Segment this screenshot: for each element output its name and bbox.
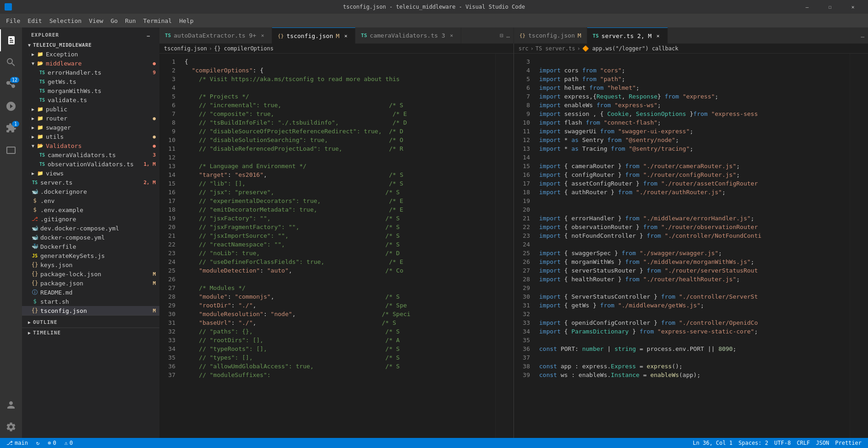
sidebar-item-morganwithws[interactable]: TS morganWithWs.ts [22,86,159,95]
sidebar-item-observationvalidators[interactable]: TS observationValidators.ts 1, M [22,159,159,169]
status-warnings[interactable]: ⚠ 0 [63,440,75,446]
sidebar-item-validators[interactable]: ▼ 📂 Validators ● [22,141,159,150]
right-code-content[interactable]: import cors from "cors"; import path fro… [535,54,850,438]
sidebar-item-router[interactable]: ▶ 📁 router ● [22,114,159,123]
status-encoding[interactable]: UTF-8 [772,440,792,446]
activity-account[interactable] [0,394,22,416]
sidebar-item-server[interactable]: TS server.ts 2, M [22,178,159,187]
sidebar-item-validate[interactable]: TS validate.ts [22,95,159,104]
sidebar-item-middleware[interactable]: ▼ 📂 middleware ● [22,59,159,68]
sidebar-more-icon[interactable]: … [147,32,150,38]
more-right-icon[interactable]: … [861,32,864,39]
left-minimap [495,54,513,438]
maximize-button[interactable]: ☐ [819,0,841,14]
ts-tab-icon: TS [165,33,171,38]
modified-dot: ● [153,115,156,121]
sidebar-item-public[interactable]: ▶ 📁 public [22,104,159,114]
sidebar-item-env[interactable]: $ .env [22,196,159,205]
tab-cameravalidators[interactable]: TS cameraValidators.ts 3 ✕ [355,27,461,44]
sidebar-item-startsh[interactable]: $ start.sh [22,297,159,306]
code-line: import { ServerStatusController } from "… [535,292,850,301]
sidebar-item-dockerignore[interactable]: 🐋 .dockerignore [22,187,159,196]
menu-file[interactable]: File [2,16,24,26]
sidebar-item-env-example[interactable]: $ .env.example [22,205,159,214]
sidebar-item-views[interactable]: ▶ 📁 views [22,169,159,178]
error-count: 2, M [144,180,156,186]
sidebar-item-exception[interactable]: ▶ 📁 Exception [22,49,159,59]
activity-run-debug[interactable] [0,95,22,117]
code-line [535,197,850,205]
tab-server-right[interactable]: TS server.ts 2, M ✕ [587,27,668,44]
menu-selection[interactable]: Selection [46,16,85,26]
error-icon: ⊗ [48,440,51,446]
activity-search[interactable] [0,51,22,73]
minimize-button[interactable]: — [797,0,818,14]
tab-close-icon[interactable]: ✕ [342,32,349,39]
code-line: // "incremental": true, /* S [180,101,495,109]
tab-close-icon[interactable]: ✕ [448,32,455,39]
split-editor-icon[interactable]: ⊟ [500,32,503,39]
menu-help[interactable]: Help [175,16,197,26]
tab-tsconfig-right[interactable]: {} tsconfig.json M [514,27,587,44]
left-breadcrumb: tsconfig.json › {} compilerOptions [159,44,514,54]
close-button[interactable]: ✕ [842,0,863,14]
breadcrumb-sep1: › [530,45,534,52]
tab-close-icon[interactable]: ✕ [259,32,266,39]
sidebar-item-keys[interactable]: {} keys.json [22,260,159,269]
code-line: /* Modules */ [180,284,495,292]
file-label: keys.json [40,262,159,268]
menu-go[interactable]: Go [107,16,121,26]
status-spaces[interactable]: Spaces: 2 [737,440,770,446]
status-errors[interactable]: ⊗ 0 [46,440,58,446]
sidebar-item-package-lock[interactable]: {} package-lock.json M [22,269,159,279]
status-sync[interactable]: ↻ [34,440,41,446]
menu-edit[interactable]: Edit [24,16,45,26]
tab-autodataextractor[interactable]: TS autoDataExtractor.ts 9+ ✕ [159,27,272,44]
status-branch[interactable]: ⎇ main [5,440,30,446]
sidebar-item-docker-compose[interactable]: 🐋 docker-compose.yml [22,233,159,242]
activity-extensions[interactable]: 1 [0,117,22,139]
folder-icon: 📁 [37,50,44,58]
activity-settings[interactable] [0,416,22,438]
sidebar-item-readme[interactable]: ⓘ README.md [22,288,159,297]
timeline-header[interactable]: ▶ TIMELINE [22,328,159,337]
sidebar-item-cameravalidators[interactable]: TS cameraValidators.ts 3 [22,150,159,159]
file-label: README.md [40,289,159,296]
tab-close-icon[interactable]: ✕ [655,32,662,39]
sidebar-item-gitignore[interactable]: ⎇ .gitignore [22,214,159,224]
status-cursor[interactable]: Ln 36, Col 1 [691,440,735,446]
sidebar-item-tsconfig[interactable]: {} tsconfig.json M [22,306,159,315]
activity-explorer[interactable] [0,29,22,51]
warning-count: 0 [70,440,73,446]
sidebar-item-generatekeysets[interactable]: JS generateKeySets.js [22,251,159,260]
menu-view[interactable]: View [85,16,107,26]
left-code-content[interactable]: { "compilerOptions": { /* Visit https://… [180,54,495,438]
right-code-editor[interactable]: 34567 89101112 1314151617 1819202122 232… [514,54,868,438]
left-code-editor[interactable]: 12345 678910 1112131415 1617181920 21222… [159,54,513,438]
error-count: 1, M [144,161,156,167]
activity-source-control[interactable]: 12 [0,73,22,95]
sidebar-item-dockerfile[interactable]: 🐳 Dockerfile [22,242,159,251]
menu-terminal[interactable]: Terminal [140,16,176,26]
sidebar-item-getws[interactable]: TS getWs.ts [22,77,159,86]
git-branch-icon: ⎇ [6,440,13,446]
tab-tsconfig[interactable]: {} tsconfig.json M ✕ [272,27,355,44]
status-language[interactable]: JSON [814,440,831,446]
sidebar-item-package[interactable]: {} package.json M [22,279,159,288]
status-eol[interactable]: CRLF [795,440,812,446]
outline-header[interactable]: ▶ OUTLINE [22,317,159,327]
sidebar-item-dev-docker-compose[interactable]: 🐋 dev.docker-compose.yml [22,224,159,233]
activity-remote[interactable] [0,139,22,161]
menu-run[interactable]: Run [121,16,139,26]
status-formatter[interactable]: Prettier [833,440,863,446]
sidebar-item-swagger[interactable]: ▶ 📁 swagger [22,123,159,132]
more-tabs-icon[interactable]: … [506,32,510,39]
sidebar-item-utils[interactable]: ▶ 📁 utils ● [22,132,159,141]
vscode-logo [5,3,12,11]
code-line: "target": "es2016", /* S [180,170,495,179]
sidebar-root-folder[interactable]: ▼ TELEICU_MIDDLEWARE [22,40,159,49]
warning-icon: ⚠ [65,440,68,446]
sidebar-item-errorhandler[interactable]: TS errorHandler.ts 9 [22,68,159,77]
ts-file-icon: TS [38,69,46,76]
code-line: // "experimentalDecorators": true, /* E [180,197,495,205]
